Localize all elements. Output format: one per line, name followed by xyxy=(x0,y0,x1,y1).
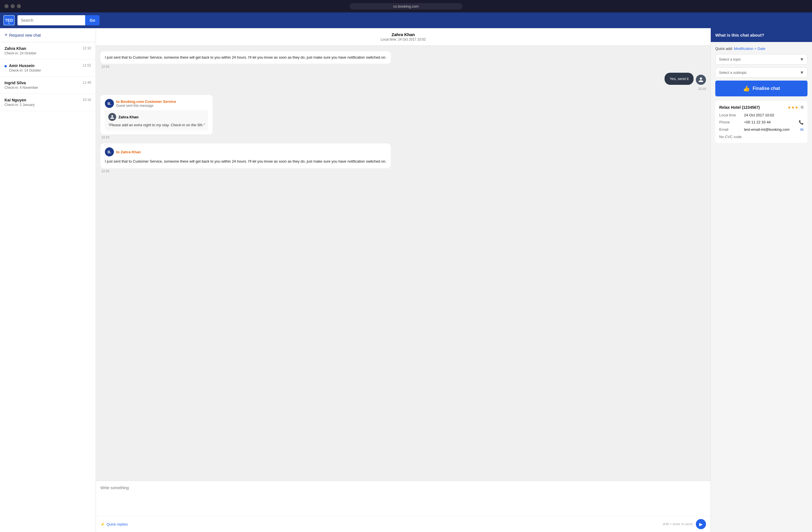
plus-icon: + xyxy=(4,32,8,38)
subtopic-dropdown-wrapper: Select a subtopic ▼ xyxy=(715,67,808,78)
thumbs-up-icon: 👍 xyxy=(743,85,750,92)
minimize-dot[interactable] xyxy=(11,4,15,8)
chat-local-time: Local time: 24 Oct 2017 10:02 xyxy=(100,38,706,41)
chat-header: Zahra Khan Local time: 24 Oct 2017 10:02 xyxy=(96,28,710,46)
window-controls xyxy=(4,4,21,8)
main-layout: + Request new chat Zahra Khan Check-in: … xyxy=(0,28,812,532)
search-input[interactable] xyxy=(17,15,85,25)
hotel-name-row: Relax Hotel (1234567) ★★★ ⧉ xyxy=(719,105,803,109)
finalise-chat-button[interactable]: 👍 Finalise chat xyxy=(715,80,808,97)
detail-label-local-time: Local time xyxy=(719,113,742,117)
bubble-text-user: Yes, send it xyxy=(665,73,694,85)
messages-area: I just sent that to Customer Service, so… xyxy=(96,46,710,481)
send-icon: ▶ xyxy=(699,521,702,527)
hotel-stars: ★★★ xyxy=(787,105,798,109)
request-new-chat-button[interactable]: + Request new chat xyxy=(0,28,96,42)
detail-label-phone: Phone xyxy=(719,120,742,124)
system-sub-label: Guest sent this message xyxy=(116,104,176,108)
send-button[interactable]: ▶ xyxy=(696,519,706,529)
subtopic-dropdown[interactable]: Select a subtopic xyxy=(715,67,808,78)
search-container: Go xyxy=(17,15,100,25)
top-bar: cs.booking.com xyxy=(0,0,812,12)
topic-dropdown-wrapper: Select a topic ▼ xyxy=(715,54,808,64)
chat-guest-name: Zahra Khan xyxy=(100,32,706,37)
message-user-wrapper: Yes, send it 12:10 xyxy=(665,73,706,91)
chat-item-amir[interactable]: Amir Hussein Check-in: 14 October 11:52 xyxy=(0,59,96,77)
chat-item-zahra[interactable]: Zahra Khan Check-in: 24 October 12:10 xyxy=(0,42,96,59)
quick-replies-label: Quick replies xyxy=(106,522,128,526)
message-agent-top: I just sent that to Customer Service, so… xyxy=(100,51,391,68)
chat-footer: ⚡ Quick replies shift + enter to send ▶ xyxy=(96,516,710,532)
chat-item-kai[interactable]: Kai Nguyen Check-in: 2 January 10:16 xyxy=(0,94,96,111)
user-avatar xyxy=(696,75,706,85)
chat-time-amir: 11:52 xyxy=(83,63,91,67)
quick-add-label: Quick add: xyxy=(715,46,733,51)
forwarded-name: Zahra Khan xyxy=(118,115,139,119)
chat-area: Zahra Khan Local time: 24 Oct 2017 10:02… xyxy=(96,28,710,532)
bubble-text-agent-top: I just sent that to Customer Service, so… xyxy=(100,51,391,64)
chat-item-ingrid[interactable]: Ingrid Silva Check-in: 4 November 11:49 xyxy=(0,77,96,94)
sidebar: + Request new chat Zahra Khan Check-in: … xyxy=(0,28,96,532)
panel-header: What is this chat about? xyxy=(711,28,812,42)
chat-name-ingrid: Ingrid Silva xyxy=(4,80,38,85)
system-to-zahra: to Zahra Khan xyxy=(116,150,141,154)
detail-email: Email test-email-int@booking.com ✉ xyxy=(719,127,803,132)
detail-value-email: test-email-int@booking.com xyxy=(744,127,798,132)
ted-logo: TED xyxy=(3,15,15,25)
message-system-forward: B. to Booking.com Customer Service Guest… xyxy=(100,95,213,139)
agent-message-text: I just sent that to Customer Service, so… xyxy=(105,159,386,164)
bubble-time-user: 12:10 xyxy=(697,87,706,90)
message-input[interactable] xyxy=(96,481,710,515)
url-bar[interactable]: cs.booking.com xyxy=(350,3,462,10)
right-panel: What is this chat about? Quick add: Modi… xyxy=(710,28,812,532)
unread-dot-amir xyxy=(4,65,7,67)
message-agent-zahra: B. to Zahra Khan I just sent that to Cus… xyxy=(100,144,391,173)
chat-name-zahra: Zahra Khan xyxy=(4,46,37,51)
maximize-dot[interactable] xyxy=(17,4,21,8)
chat-sub-kai: Check-in: 2 January xyxy=(4,103,35,107)
chat-sub-amir: Check-in: 14 October xyxy=(9,69,41,72)
app-header: TED Go xyxy=(0,12,812,28)
chat-input-area: ⚡ Quick replies shift + enter to send ▶ xyxy=(96,481,710,532)
hotel-section: Relax Hotel (1234567) ★★★ ⧉ Local time 2… xyxy=(715,101,808,143)
detail-value-phone: +00 11 22 33 44 xyxy=(744,120,797,124)
detail-local-time: Local time 24 Oct 2017 10:02 xyxy=(719,113,803,117)
chat-time-zahra: 12:10 xyxy=(83,46,91,50)
go-button[interactable]: Go xyxy=(85,15,100,25)
booking-badge-2: B. xyxy=(105,147,114,157)
chat-sub-ingrid: Check-in: 4 November xyxy=(4,86,38,90)
panel-content: Quick add: Modification > Date Select a … xyxy=(711,42,812,147)
email-icon[interactable]: ✉ xyxy=(800,127,803,132)
hotel-name: Relax Hotel (1234567) xyxy=(719,105,760,109)
bubble-time-agent-top: 12:10 xyxy=(100,65,391,68)
topic-dropdown[interactable]: Select a topic xyxy=(715,54,808,64)
chat-sub-zahra: Check-in: 24 October xyxy=(4,51,37,55)
phone-icon[interactable]: 📞 xyxy=(799,120,803,124)
system-to-label: to Booking.com Customer Service xyxy=(116,100,176,104)
detail-phone: Phone +00 11 22 33 44 📞 xyxy=(719,120,803,124)
detail-label-email: Email xyxy=(719,127,742,132)
bubble-time-forward: 12:10 xyxy=(100,135,213,139)
close-dot[interactable] xyxy=(4,4,9,8)
copy-icon[interactable]: ⧉ xyxy=(801,105,803,109)
no-cvc-text: No CVC code xyxy=(719,135,803,139)
detail-value-local-time: 24 Oct 2017 10:02 xyxy=(744,113,803,117)
quick-replies-button[interactable]: ⚡ Quick replies xyxy=(100,522,128,526)
quick-add-link[interactable]: Modification > Date xyxy=(734,46,766,51)
booking-badge: B. xyxy=(105,99,114,108)
forwarded-text: "Please add an extra night to my stay. C… xyxy=(108,122,205,128)
shift-enter-hint: shift + enter to send xyxy=(663,522,693,526)
lightning-icon: ⚡ xyxy=(100,522,105,526)
forwarded-message: Zahra Khan "Please add an extra night to… xyxy=(105,110,208,131)
chat-name-amir: Amir Hussein xyxy=(9,63,41,68)
request-new-label: Request new chat xyxy=(9,33,41,38)
quick-add-row: Quick add: Modification > Date xyxy=(715,46,808,51)
chat-time-ingrid: 11:49 xyxy=(83,80,91,85)
chat-name-kai: Kai Nguyen xyxy=(4,98,35,102)
chat-time-kai: 10:16 xyxy=(83,98,91,102)
bubble-time-agent: 12:10 xyxy=(100,169,391,173)
finalise-label: Finalise chat xyxy=(753,86,780,91)
forwarded-user-avatar xyxy=(108,113,116,121)
hotel-details: Local time 24 Oct 2017 10:02 Phone +00 1… xyxy=(719,113,803,132)
